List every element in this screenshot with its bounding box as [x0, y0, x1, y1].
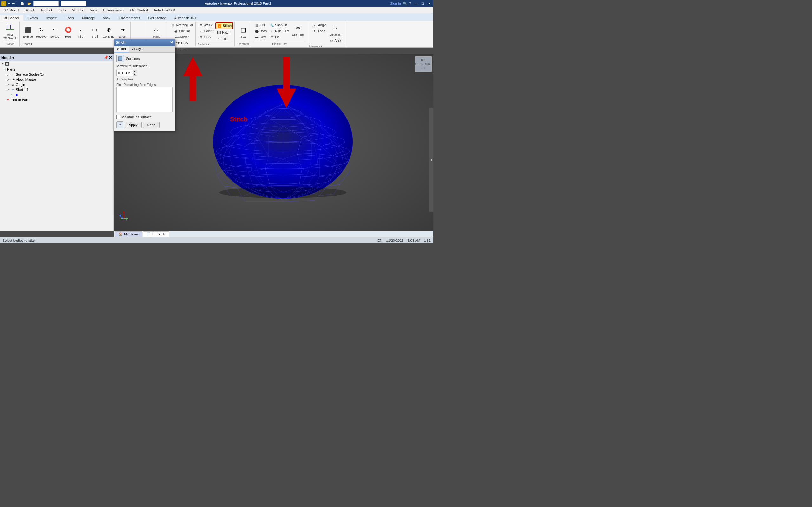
snapfit-btn[interactable]: 🔩 Snap Fit [268, 22, 290, 28]
grill-btn[interactable]: ▦ Grill [253, 22, 268, 28]
viewcube[interactable]: TOP LEFTFRONT ⌂ ↺ [415, 56, 432, 72]
dialog-help-btn[interactable]: ? [116, 121, 123, 128]
quick-access-redo[interactable]: ↪ [12, 2, 14, 6]
grill-icon: ▦ [254, 22, 259, 27]
maximize-btn[interactable]: ☐ [420, 1, 425, 6]
tolerance-input[interactable]: 0.010 in ▲ ▼ [116, 70, 137, 76]
menu-3dmodel[interactable]: 3D Model [1, 8, 21, 13]
combine-btn[interactable]: ⊕ Combine [102, 24, 116, 39]
dialog-tab-analyze[interactable]: Analyze [129, 46, 148, 52]
qa-new[interactable]: 📄 [19, 1, 25, 6]
qa-generic-combo[interactable]: Generic [33, 1, 59, 6]
box-btn[interactable]: ◻ Box [237, 24, 250, 39]
done-btn[interactable]: Done [143, 122, 159, 128]
hole-btn[interactable]: ⭕ Hole [62, 24, 74, 39]
menu-inspect[interactable]: Inspect [38, 8, 55, 13]
tab-adsk360[interactable]: Autodesk 360 [170, 15, 200, 21]
rulefillet-btn[interactable]: ◜ Rule Fillet [268, 28, 290, 34]
dialog-close-btn[interactable]: ✕ [170, 40, 173, 45]
tree-item-checked[interactable]: ✓ ● [1, 92, 113, 97]
ucs-icon: 🗺 [175, 41, 181, 46]
lip-btn[interactable]: ◠ Lip [268, 34, 290, 40]
distance-btn[interactable]: ↔ Distance [328, 22, 342, 37]
area-icon: ▭ [329, 38, 334, 43]
rectangular-btn[interactable]: ⊞ Rectangular [169, 22, 194, 28]
rest-btn[interactable]: ▬ Rest [253, 34, 268, 40]
direct-btn[interactable]: ➜ Direct [116, 24, 129, 39]
ucs-surface-label: UCS [204, 36, 211, 39]
close-btn[interactable]: ✕ [427, 1, 432, 6]
menu-tools[interactable]: Tools [55, 8, 68, 13]
sweep-btn[interactable]: 〰 Sweep [49, 24, 61, 39]
menu-sketch[interactable]: Sketch [22, 8, 38, 13]
right-panel-handle[interactable] [429, 108, 433, 212]
tab-view[interactable]: View [99, 15, 115, 21]
extrude-btn[interactable]: ⬛ Extrude [21, 24, 34, 39]
plastic-subgroup-editform: ✏ Edit Form [291, 22, 306, 37]
area-btn[interactable]: ▭ Area [328, 38, 342, 43]
dialog-tab-stitch[interactable]: Stitch [114, 46, 129, 52]
stitch-btn[interactable]: S Stitch [215, 22, 233, 29]
angle-icon: ∠ [312, 22, 317, 27]
panel-close-btn[interactable]: ✕ [109, 55, 112, 60]
maintain-surface-label: Maintain as surface [121, 115, 152, 119]
menu-adsk360[interactable]: Autodesk 360 [151, 8, 177, 13]
point-btn[interactable]: • Point ▾ [198, 28, 215, 34]
tab-my-home[interactable]: 🏠 My Home [115, 231, 142, 237]
menu-environments[interactable]: Environments [101, 8, 127, 13]
circular-btn[interactable]: ◉ Circular [172, 28, 191, 34]
sign-in-link[interactable]: Sign In [390, 2, 401, 5]
tree-item-view-master[interactable]: ▷ 👁 View: Master [1, 77, 113, 82]
maintain-surface-checkbox[interactable] [116, 115, 120, 119]
tolerance-down-arrow[interactable]: ▼ [133, 73, 137, 76]
qa-default-combo[interactable]: Default [61, 1, 86, 6]
tree-item-origin[interactable]: ▷ ⊕ Origin [1, 82, 113, 87]
part2-tab-close[interactable]: ✕ [163, 233, 165, 236]
ribbon-tabs: 3D Model Sketch Inspect Tools Manage Vie… [0, 13, 433, 21]
panel-pin[interactable]: 📌 [104, 55, 108, 60]
tab-part2[interactable]: 📄 Part2 ✕ [143, 231, 169, 237]
loop-btn[interactable]: ↻ Loop [311, 28, 327, 34]
start-2dsketch-btn[interactable]: Start2D Sketch [2, 22, 18, 41]
menu-view[interactable]: View [88, 8, 100, 13]
tab-sketch[interactable]: Sketch [23, 15, 42, 21]
menu-manage[interactable]: Manage [69, 8, 87, 13]
dialog-title-bar: Stitch ✕ [114, 39, 175, 46]
surfaces-selector-btn[interactable] [116, 55, 124, 62]
circular-label: Circular [179, 30, 190, 33]
editform-btn[interactable]: ✏ Edit Form [291, 22, 306, 37]
mirror-btn[interactable]: ⟺ Mirror [174, 34, 190, 40]
help-btn[interactable]: ? [409, 2, 411, 5]
search-icon[interactable]: 🔍 [403, 2, 407, 6]
plane-btn[interactable]: ▱ Plane [150, 24, 163, 39]
trim-btn[interactable]: ✂ Trim [215, 36, 233, 41]
boss-btn[interactable]: ⬤ Boss [253, 28, 268, 34]
fillet-btn[interactable]: ◟ Fillet [75, 24, 88, 39]
axis-btn[interactable]: ⊕ Axis ▾ [198, 22, 215, 28]
sweep-label: Sweep [50, 35, 59, 38]
apply-btn[interactable]: Apply [125, 122, 142, 128]
tab-3dmodel[interactable]: 3D Model [0, 15, 23, 21]
tolerance-up-arrow[interactable]: ▲ [133, 70, 137, 73]
tab-environments[interactable]: Environments [114, 15, 144, 21]
tab-manage[interactable]: Manage [78, 15, 99, 21]
tab-tools[interactable]: Tools [61, 15, 78, 21]
menu-getstarted[interactable]: Get Started [128, 8, 151, 13]
tab-bar: 🏠 My Home 📄 Part2 ✕ [113, 231, 433, 237]
qa-open[interactable]: 📂 [26, 1, 32, 6]
quick-access-undo[interactable]: ↩ [8, 2, 10, 6]
start-2dsketch-icon [5, 23, 15, 33]
patch-btn[interactable]: 🔲 Patch [215, 30, 233, 35]
revolve-btn[interactable]: ↻ Revolve [35, 24, 48, 39]
shell-btn[interactable]: ▭ Shell [89, 24, 101, 39]
tree-item-endofpart[interactable]: ● End of Part [1, 97, 113, 102]
ucs-surface-btn[interactable]: ⊗ UCS [198, 34, 215, 40]
minimize-btn[interactable]: — [413, 1, 418, 6]
angle-btn[interactable]: ∠ Angle [311, 22, 327, 28]
tree-item-sketch1[interactable]: ▷ ✏ Sketch1 [1, 87, 113, 92]
tree-item-part2[interactable]: 📄 Part2 [1, 67, 113, 72]
tree-item-surface-bodies[interactable]: ▷ ▭ Surface Bodies(1) [1, 72, 113, 77]
tab-getstarted[interactable]: Get Started [144, 15, 170, 21]
ucs-btn[interactable]: 🗺 UCS [174, 40, 189, 46]
tab-inspect[interactable]: Inspect [42, 15, 61, 21]
